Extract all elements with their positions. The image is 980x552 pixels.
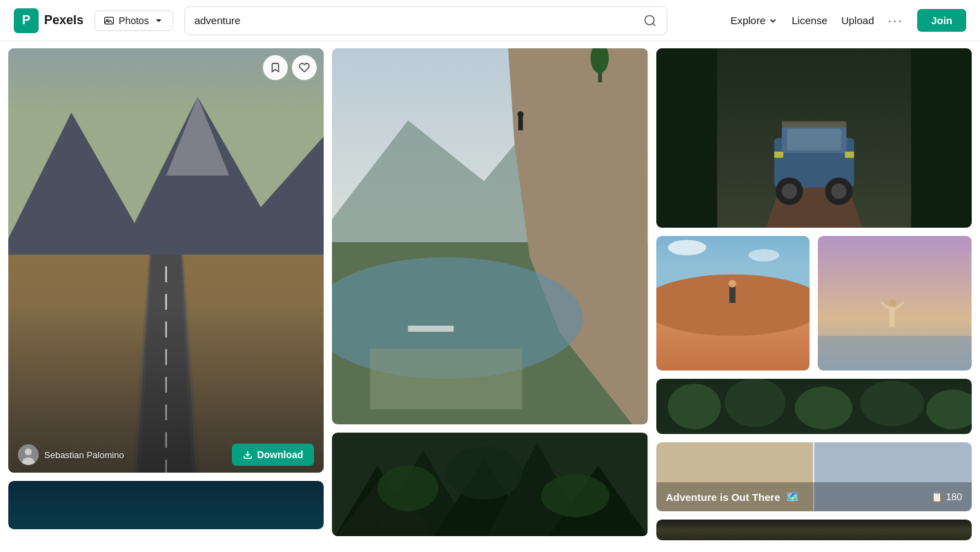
collection-title: Adventure is Out There 🗺️ — [666, 491, 799, 503]
download-icon — [243, 450, 253, 460]
download-button-2[interactable]: Download — [556, 395, 638, 417]
heart-icon-3 — [947, 62, 958, 73]
nav-license[interactable]: License — [792, 14, 827, 26]
heart-icon — [299, 62, 310, 73]
avatar-image — [18, 444, 39, 465]
masonry-col-1: Sebastian Palomino Download — [8, 48, 324, 540]
join-button[interactable]: Join — [917, 9, 966, 32]
bookmark-icon — [270, 62, 281, 73]
photo-card-dark-teal[interactable] — [8, 481, 324, 529]
photos-label: Photos — [119, 15, 149, 26]
chevron-down-icon — [768, 16, 778, 26]
svg-point-2 — [645, 15, 654, 24]
nav-upload[interactable]: Upload — [841, 14, 874, 26]
download-button[interactable]: Download — [232, 444, 314, 466]
like-button[interactable] — [292, 55, 317, 80]
collection-count: 📋 180 — [931, 491, 962, 502]
photos-dropdown[interactable]: Photos — [95, 10, 173, 31]
photographer-info: Sebastian Palomino — [18, 444, 124, 465]
photo-card-jeep[interactable] — [656, 48, 972, 228]
bookmark-button-2[interactable] — [587, 55, 612, 80]
chevron-down-icon — [153, 15, 164, 26]
download-icon-2 — [567, 402, 577, 411]
search-icon — [643, 14, 657, 28]
heart-icon-2 — [623, 62, 634, 73]
bookmark-button[interactable] — [263, 55, 288, 80]
photographer-avatar — [18, 444, 39, 465]
like-button-3[interactable] — [940, 55, 965, 80]
photo-card-forest[interactable] — [332, 433, 647, 536]
more-options-button[interactable]: ··· — [888, 12, 903, 28]
like-button-2[interactable] — [616, 55, 641, 80]
card-overlay — [8, 48, 324, 473]
photo-icon — [104, 15, 115, 26]
avatar-2 — [342, 396, 362, 417]
header-nav: Explore License Upload ··· Join — [730, 9, 966, 32]
bookmark-button-3[interactable] — [911, 55, 936, 80]
search-button[interactable] — [643, 14, 657, 28]
photo-card-person-beach[interactable] — [818, 236, 972, 371]
photographer-name: Sebastian Palomino — [44, 450, 124, 460]
header: P Pexels Photos Explore License Upload ·… — [0, 0, 980, 41]
search-bar — [184, 6, 667, 35]
pexels-logo-icon: P — [14, 8, 39, 33]
photographer-info-2 — [342, 396, 362, 417]
logo-area[interactable]: P Pexels — [14, 8, 84, 33]
card-actions-top — [263, 55, 317, 80]
photo-card-person-desert[interactable] — [656, 236, 810, 371]
masonry-grid: Sebastian Palomino Download — [8, 48, 972, 540]
photo-card-road[interactable]: Sebastian Palomino Download — [8, 48, 324, 473]
svg-point-12 — [25, 448, 32, 455]
main-content: Sebastian Palomino Download — [0, 41, 980, 547]
collection-bottom: Adventure is Out There 🗺️ 📋 180 — [656, 482, 972, 511]
photo-card-cave[interactable] — [656, 520, 972, 540]
masonry-col-3: Adventure is Out There 🗺️ 📋 180 — [656, 48, 972, 540]
nav-explore[interactable]: Explore — [730, 14, 778, 26]
bookmark-icon-3 — [918, 62, 929, 73]
photo-card-cliff[interactable]: Download — [332, 48, 647, 424]
masonry-col-2: Download — [332, 48, 647, 540]
photographer-avatar-2 — [342, 396, 362, 417]
bookmark-icon-2 — [594, 62, 605, 73]
small-photos-row — [656, 236, 972, 371]
collection-card[interactable]: Adventure is Out There 🗺️ 📋 180 — [656, 442, 972, 511]
logo-text: Pexels — [44, 13, 84, 28]
svg-point-27 — [349, 400, 355, 407]
photo-card-trees[interactable] — [656, 379, 972, 434]
search-input[interactable] — [195, 14, 643, 26]
card-bottom: Sebastian Palomino Download — [8, 437, 324, 473]
